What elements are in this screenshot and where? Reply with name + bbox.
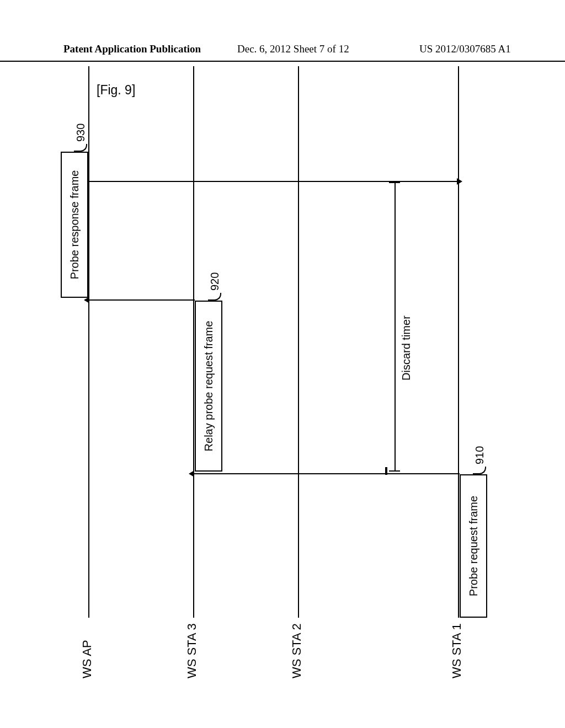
sequence-diagram: WS AP WS STA 3 WS STA 2 WS STA 1 Probe r… — [0, 193, 552, 546]
discard-timer-span — [395, 182, 396, 472]
discard-timer-label: Discard timer — [400, 315, 413, 381]
arrow-response-to-sta1 — [89, 181, 458, 182]
page-header: Patent Application Publication Dec. 6, 2… — [0, 43, 565, 62]
probe-response-frame-box: Probe response frame — [61, 152, 88, 298]
relay-probe-request-frame-label: Relay probe request frame — [202, 321, 215, 452]
ref-curve-910 — [473, 467, 486, 474]
relay-probe-request-frame-box: Relay probe request frame — [195, 301, 222, 472]
lifeline-ws-sta3 — [193, 66, 194, 618]
lifeline-ws-sta1 — [458, 66, 459, 618]
lane-label-ws-ap: WS AP — [80, 640, 94, 678]
lane-label-ws-sta2: WS STA 2 — [290, 623, 304, 678]
header-date-sheet: Dec. 6, 2012 Sheet 7 of 12 — [237, 43, 349, 55]
ref-label-920: 920 — [209, 272, 221, 291]
lane-label-ws-sta3: WS STA 3 — [185, 623, 199, 678]
ref-curve-930 — [74, 144, 87, 152]
probe-request-frame-box: Probe request frame — [460, 474, 487, 618]
ref-curve-920 — [208, 293, 221, 301]
discard-timer-left-tick — [389, 470, 400, 472]
discard-timer-right-tick — [389, 182, 400, 183]
ref-label-930: 930 — [74, 124, 87, 142]
arrow-probe-request-to-sta3 — [193, 473, 460, 474]
header-publication: Patent Application Publication — [63, 43, 201, 55]
lane-label-ws-sta1: WS STA 1 — [450, 623, 464, 678]
header-patent-number: US 2012/0307685 A1 — [419, 43, 511, 55]
probe-request-frame-label: Probe request frame — [467, 496, 480, 596]
ref-label-910: 910 — [473, 446, 486, 464]
probe-response-frame-label: Probe response frame — [68, 170, 81, 280]
lifeline-ws-sta2 — [298, 66, 299, 618]
lifeline-ws-ap — [88, 66, 89, 618]
arrow-relay-to-ap — [88, 299, 195, 301]
figure-number-label: [Fig. 9] — [97, 83, 135, 98]
